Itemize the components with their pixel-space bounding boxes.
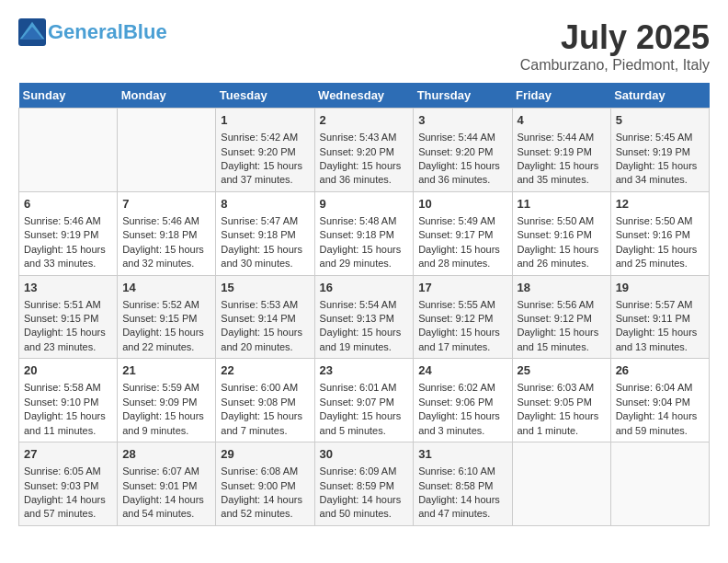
week-row-3: 13Sunrise: 5:51 AMSunset: 9:15 PMDayligh… <box>19 275 710 359</box>
calendar-cell: 28Sunrise: 6:07 AMSunset: 9:01 PMDayligh… <box>118 442 216 526</box>
sunrise-text: Sunrise: 6:01 AM <box>320 381 409 395</box>
calendar-cell: 2Sunrise: 5:43 AMSunset: 9:20 PMDaylight… <box>314 109 414 192</box>
day-number: 18 <box>518 280 606 296</box>
calendar-cell: 30Sunrise: 6:09 AMSunset: 8:59 PMDayligh… <box>314 442 414 526</box>
calendar-cell <box>610 442 709 526</box>
day-number: 25 <box>518 362 606 379</box>
sunset-text: Sunset: 9:19 PM <box>616 145 704 159</box>
daylight-text: Daylight: 15 hours and 34 minutes. <box>616 159 704 188</box>
header-tuesday: Tuesday <box>216 83 314 109</box>
calendar-cell: 3Sunrise: 5:44 AMSunset: 9:20 PMDaylight… <box>414 109 512 192</box>
day-number: 15 <box>221 280 309 296</box>
sunrise-text: Sunrise: 5:54 AM <box>320 298 409 312</box>
day-number: 4 <box>518 112 606 129</box>
week-row-1: 1Sunrise: 5:42 AMSunset: 9:20 PMDaylight… <box>19 109 710 192</box>
page-header: GeneralBlue July 2025 Camburzano, Piedmo… <box>18 18 710 74</box>
calendar-cell: 21Sunrise: 5:59 AMSunset: 9:09 PMDayligh… <box>118 359 216 442</box>
day-number: 26 <box>616 362 704 379</box>
sunset-text: Sunset: 9:09 PM <box>122 396 210 409</box>
sunset-text: Sunset: 9:07 PM <box>320 396 409 409</box>
sunrise-text: Sunrise: 5:45 AM <box>616 131 704 144</box>
sunset-text: Sunset: 9:17 PM <box>418 228 506 242</box>
sunrise-text: Sunrise: 5:49 AM <box>418 214 506 228</box>
calendar-cell: 20Sunrise: 5:58 AMSunset: 9:10 PMDayligh… <box>19 359 118 442</box>
logo-line2: Blue <box>123 20 167 43</box>
day-number: 8 <box>221 196 309 213</box>
week-row-2: 6Sunrise: 5:46 AMSunset: 9:19 PMDaylight… <box>19 191 710 275</box>
sunset-text: Sunset: 9:15 PM <box>122 312 210 326</box>
daylight-text: Daylight: 15 hours and 33 minutes. <box>24 243 112 271</box>
day-number: 7 <box>122 196 210 213</box>
sunset-text: Sunset: 9:20 PM <box>221 145 309 159</box>
calendar-cell: 12Sunrise: 5:50 AMSunset: 9:16 PMDayligh… <box>610 191 709 275</box>
calendar-cell: 9Sunrise: 5:48 AMSunset: 9:18 PMDaylight… <box>314 191 414 275</box>
sunset-text: Sunset: 9:12 PM <box>418 312 506 326</box>
sunset-text: Sunset: 9:10 PM <box>24 396 112 409</box>
sunrise-text: Sunrise: 6:07 AM <box>122 465 210 478</box>
sunrise-text: Sunrise: 5:47 AM <box>221 214 309 228</box>
sunset-text: Sunset: 9:13 PM <box>320 312 409 326</box>
daylight-text: Daylight: 15 hours and 37 minutes. <box>221 159 309 188</box>
sunrise-text: Sunrise: 6:02 AM <box>418 381 506 395</box>
sunrise-text: Sunrise: 5:56 AM <box>518 298 606 312</box>
calendar-cell: 17Sunrise: 5:55 AMSunset: 9:12 PMDayligh… <box>414 275 512 359</box>
daylight-text: Daylight: 15 hours and 9 minutes. <box>122 409 210 438</box>
day-number: 10 <box>418 196 506 213</box>
sunset-text: Sunset: 9:01 PM <box>122 479 210 493</box>
sunset-text: Sunset: 9:00 PM <box>221 479 309 493</box>
sunrise-text: Sunrise: 5:46 AM <box>24 214 112 228</box>
sunrise-text: Sunrise: 5:43 AM <box>320 131 409 144</box>
daylight-text: Daylight: 15 hours and 30 minutes. <box>221 243 309 271</box>
calendar-cell: 13Sunrise: 5:51 AMSunset: 9:15 PMDayligh… <box>19 275 118 359</box>
calendar-cell: 24Sunrise: 6:02 AMSunset: 9:06 PMDayligh… <box>414 359 512 442</box>
day-number: 5 <box>616 112 704 129</box>
sunset-text: Sunset: 9:19 PM <box>518 145 606 159</box>
sunset-text: Sunset: 9:06 PM <box>418 396 506 409</box>
daylight-text: Daylight: 15 hours and 28 minutes. <box>418 243 506 271</box>
calendar-cell: 1Sunrise: 5:42 AMSunset: 9:20 PMDaylight… <box>216 109 314 192</box>
sunrise-text: Sunrise: 5:52 AM <box>122 298 210 312</box>
daylight-text: Daylight: 15 hours and 5 minutes. <box>320 409 409 438</box>
sunrise-text: Sunrise: 5:48 AM <box>320 214 409 228</box>
calendar-cell: 7Sunrise: 5:46 AMSunset: 9:18 PMDaylight… <box>118 191 216 275</box>
calendar-cell: 8Sunrise: 5:47 AMSunset: 9:18 PMDaylight… <box>216 191 314 275</box>
sunset-text: Sunset: 9:19 PM <box>24 228 112 242</box>
sunset-text: Sunset: 9:18 PM <box>320 228 409 242</box>
logo-line1: General <box>48 20 123 43</box>
sunrise-text: Sunrise: 5:58 AM <box>24 381 112 395</box>
day-number: 17 <box>418 280 506 296</box>
calendar-cell <box>512 442 610 526</box>
sunset-text: Sunset: 9:03 PM <box>24 479 112 493</box>
calendar-cell: 31Sunrise: 6:10 AMSunset: 8:58 PMDayligh… <box>414 442 512 526</box>
daylight-text: Daylight: 15 hours and 15 minutes. <box>518 326 606 354</box>
sunrise-text: Sunrise: 5:50 AM <box>518 214 606 228</box>
calendar-cell: 29Sunrise: 6:08 AMSunset: 9:00 PMDayligh… <box>216 442 314 526</box>
calendar-cell: 6Sunrise: 5:46 AMSunset: 9:19 PMDaylight… <box>19 191 118 275</box>
sunrise-text: Sunrise: 6:03 AM <box>518 381 606 395</box>
sunset-text: Sunset: 8:59 PM <box>320 479 409 493</box>
sunrise-text: Sunrise: 5:53 AM <box>221 298 309 312</box>
day-number: 6 <box>24 196 112 213</box>
sunset-text: Sunset: 9:04 PM <box>616 396 704 409</box>
day-number: 31 <box>418 446 506 463</box>
sunset-text: Sunset: 9:16 PM <box>518 228 606 242</box>
logo-icon <box>18 18 46 46</box>
header-friday: Friday <box>512 83 610 109</box>
day-number: 29 <box>221 446 309 463</box>
calendar-cell <box>19 109 118 192</box>
header-monday: Monday <box>118 83 216 109</box>
day-number: 9 <box>320 196 409 213</box>
calendar-cell: 10Sunrise: 5:49 AMSunset: 9:17 PMDayligh… <box>414 191 512 275</box>
week-row-5: 27Sunrise: 6:05 AMSunset: 9:03 PMDayligh… <box>19 442 710 526</box>
calendar-cell: 4Sunrise: 5:44 AMSunset: 9:19 PMDaylight… <box>512 109 610 192</box>
calendar-cell: 22Sunrise: 6:00 AMSunset: 9:08 PMDayligh… <box>216 359 314 442</box>
day-number: 2 <box>320 112 409 129</box>
header-wednesday: Wednesday <box>314 83 414 109</box>
day-number: 21 <box>122 362 210 379</box>
calendar-cell: 18Sunrise: 5:56 AMSunset: 9:12 PMDayligh… <box>512 275 610 359</box>
daylight-text: Daylight: 14 hours and 47 minutes. <box>418 493 506 522</box>
daylight-text: Daylight: 14 hours and 50 minutes. <box>320 493 409 522</box>
day-number: 22 <box>221 362 309 379</box>
location: Camburzano, Piedmont, Italy <box>520 57 710 74</box>
sunrise-text: Sunrise: 5:59 AM <box>122 381 210 395</box>
